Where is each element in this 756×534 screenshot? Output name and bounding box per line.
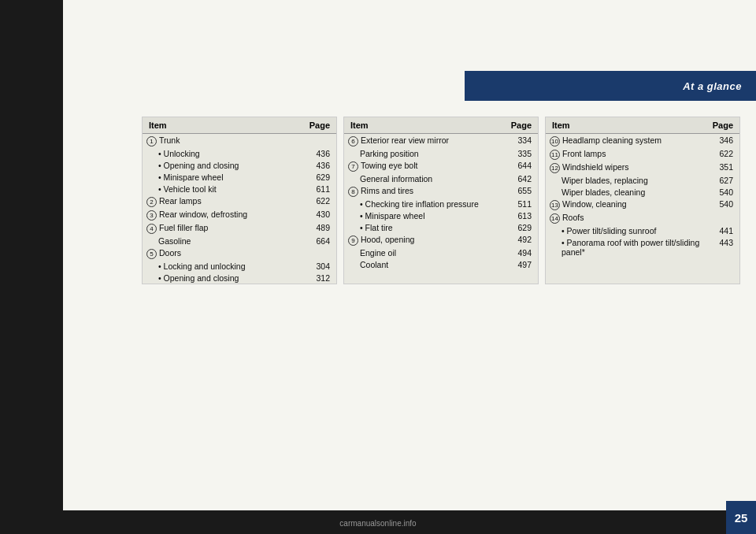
item-page: 622 bbox=[711, 149, 733, 158]
table-row: Locking and unlocking304 bbox=[143, 260, 336, 272]
item-label: Wiper blades, replacing bbox=[561, 176, 711, 185]
item-page: 346 bbox=[711, 135, 733, 145]
table-row: Opening and closing312 bbox=[143, 272, 336, 284]
item-label: Vehicle tool kit bbox=[158, 184, 308, 194]
item-page: 629 bbox=[510, 223, 532, 232]
item-page: 540 bbox=[711, 187, 733, 197]
table-column-2: ItemPage6Exterior rear view mirror334Par… bbox=[343, 117, 539, 284]
item-number: 5 bbox=[146, 249, 157, 259]
table-row: 13Window, cleaning540 bbox=[546, 198, 739, 211]
col-page-label: Page bbox=[713, 121, 733, 130]
item-page: 611 bbox=[308, 184, 330, 194]
table-row: Flat tire629 bbox=[344, 221, 538, 233]
item-page: 436 bbox=[308, 149, 330, 158]
table-row: Minispare wheel613 bbox=[344, 210, 538, 221]
item-page: 622 bbox=[308, 196, 330, 206]
item-page: 430 bbox=[308, 210, 330, 219]
item-number: 2 bbox=[146, 197, 157, 207]
item-page: 335 bbox=[510, 149, 532, 158]
item-number: 6 bbox=[348, 136, 358, 146]
table-row: 14Roofs bbox=[546, 211, 739, 224]
table-row: Parking position335 bbox=[344, 147, 538, 159]
item-page: 492 bbox=[510, 235, 532, 244]
item-label: Minispare wheel bbox=[158, 172, 308, 182]
table-row: 2Rear lamps622 bbox=[143, 195, 336, 208]
section-title: At a glance bbox=[683, 80, 742, 92]
item-label: Checking tire inflation pressure bbox=[360, 199, 510, 209]
item-page: 664 bbox=[308, 236, 330, 246]
table-row: Engine oil494 bbox=[344, 247, 538, 258]
table-row: Gasoline664 bbox=[143, 235, 336, 247]
item-page: 436 bbox=[308, 161, 330, 170]
item-number: 14 bbox=[550, 213, 560, 224]
item-page: 494 bbox=[510, 248, 532, 258]
item-label: Panorama roof with power tilt/sliding pa… bbox=[561, 238, 711, 257]
table-row: Coolant497 bbox=[344, 258, 538, 270]
col-page-label: Page bbox=[309, 121, 330, 130]
col-item-label: Item bbox=[149, 121, 167, 130]
item-number: 9 bbox=[348, 235, 358, 246]
page-number: 25 bbox=[735, 511, 748, 525]
item-label: Coolant bbox=[360, 260, 510, 269]
item-label: Opening and closing bbox=[158, 273, 308, 283]
watermark: carmanualsonline.info bbox=[339, 519, 416, 528]
table-row: Unlocking436 bbox=[143, 147, 336, 159]
item-number: 7 bbox=[348, 161, 358, 172]
item-page: 489 bbox=[308, 223, 330, 232]
item-number: 12 bbox=[550, 163, 560, 173]
item-page: 497 bbox=[510, 260, 532, 269]
table-row: General information642 bbox=[344, 172, 538, 184]
table-row: 11Front lamps622 bbox=[546, 147, 739, 161]
item-number: 1 bbox=[146, 136, 157, 146]
item-page: 312 bbox=[308, 273, 330, 283]
header-bar: At a glance bbox=[465, 71, 756, 101]
item-number: 8 bbox=[348, 187, 358, 197]
item-page: 304 bbox=[308, 261, 330, 271]
item-label: Unlocking bbox=[158, 149, 308, 158]
item-page: 334 bbox=[510, 135, 532, 145]
table-row: 9Hood, opening492 bbox=[344, 233, 538, 247]
item-label: Wiper blades, cleaning bbox=[561, 187, 711, 197]
item-label: Opening and closing bbox=[158, 161, 308, 170]
table-header-3: ItemPage bbox=[546, 117, 739, 134]
table-row: Minispare wheel629 bbox=[143, 171, 336, 183]
page-number-badge: 25 bbox=[726, 501, 756, 534]
item-page: 642 bbox=[510, 174, 532, 184]
item-label: General information bbox=[360, 174, 510, 184]
col-item-label: Item bbox=[552, 121, 570, 130]
table-column-1: ItemPage1TrunkUnlocking436Opening and cl… bbox=[142, 117, 337, 284]
tables-container: ItemPage1TrunkUnlocking436Opening and cl… bbox=[142, 117, 740, 284]
item-page: 644 bbox=[510, 161, 532, 170]
item-number: 4 bbox=[146, 224, 157, 234]
content-area: At a glance ItemPage1TrunkUnlocking436Op… bbox=[63, 0, 756, 510]
table-row: Power tilt/sliding sunroof441 bbox=[546, 224, 739, 236]
table-row: 7Towing eye bolt644 bbox=[344, 159, 538, 172]
table-row: 4Fuel filler flap489 bbox=[143, 221, 336, 235]
item-label: Gasoline bbox=[158, 236, 308, 246]
item-number: 3 bbox=[146, 210, 157, 221]
col-page-label: Page bbox=[511, 121, 532, 130]
table-row: Vehicle tool kit611 bbox=[143, 183, 336, 195]
item-label: Engine oil bbox=[360, 248, 510, 258]
item-label: Parking position bbox=[360, 149, 510, 158]
item-label: Flat tire bbox=[360, 223, 510, 232]
table-row: 10Headlamp cleaning system346 bbox=[546, 134, 739, 147]
table-row: Wiper blades, cleaning540 bbox=[546, 186, 739, 198]
col-item-label: Item bbox=[350, 121, 369, 130]
item-number: 11 bbox=[550, 150, 560, 160]
item-page: 443 bbox=[711, 238, 733, 247]
table-row: 1Trunk bbox=[143, 134, 336, 147]
table-row: Opening and closing436 bbox=[143, 159, 336, 171]
item-label: Minispare wheel bbox=[360, 211, 510, 221]
item-label: Power tilt/sliding sunroof bbox=[561, 226, 711, 235]
table-row: Panorama roof with power tilt/sliding pa… bbox=[546, 236, 739, 258]
item-number: 13 bbox=[550, 200, 560, 210]
item-page: 627 bbox=[711, 176, 733, 185]
item-page: 441 bbox=[711, 226, 733, 235]
item-label: Locking and unlocking bbox=[158, 261, 308, 271]
table-row: 3Rear window, defrosting430 bbox=[143, 208, 336, 221]
table-column-3: ItemPage10Headlamp cleaning system34611F… bbox=[545, 117, 740, 284]
item-page: 655 bbox=[510, 186, 532, 195]
table-row: Wiper blades, replacing627 bbox=[546, 174, 739, 186]
item-page: 351 bbox=[711, 162, 733, 172]
